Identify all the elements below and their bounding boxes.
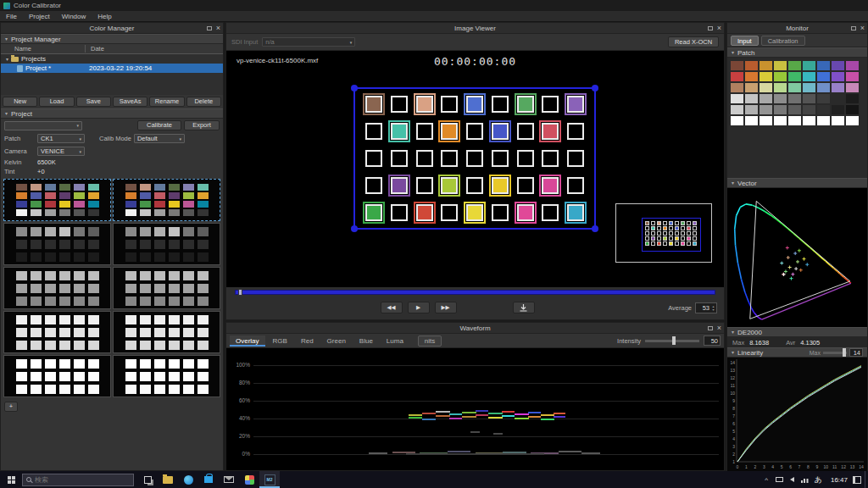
start-button[interactable]: [0, 471, 22, 488]
calib-mode-select[interactable]: Default ▾: [134, 134, 185, 143]
tree-item-projects[interactable]: ▾ Projects: [1, 54, 223, 64]
calibrate-button[interactable]: Calibrate: [137, 120, 181, 130]
preset-select[interactable]: ▾: [4, 121, 82, 130]
tab-green[interactable]: Green: [321, 336, 352, 347]
add-patch-button[interactable]: +: [4, 402, 18, 412]
intensity-value[interactable]: 50: [704, 336, 721, 346]
tint-value[interactable]: +0: [37, 168, 45, 175]
sdi-input-select[interactable]: n/a ▾: [262, 37, 355, 47]
project-manager-section-header[interactable]: ▾ Project Manager: [1, 34, 223, 44]
tab-input[interactable]: Input: [731, 36, 759, 46]
patch-thumbnail-5[interactable]: [3, 267, 111, 309]
linearity-max-value[interactable]: 14: [849, 348, 863, 357]
export-button[interactable]: Export: [184, 120, 220, 130]
patch-thumbnail-10[interactable]: [113, 355, 220, 397]
taskbar-app-color-calibrator[interactable]: M2: [259, 471, 280, 488]
kelvin-value[interactable]: 6500K: [37, 158, 56, 166]
vector-section-header[interactable]: ▾ Vector: [727, 178, 867, 188]
taskbar-app-store[interactable]: [198, 471, 219, 488]
taskbar-app-mail[interactable]: [219, 471, 239, 488]
step-forward-button[interactable]: ▶▶: [435, 302, 457, 313]
tab-luma[interactable]: Luma: [381, 336, 409, 347]
chart-patch: [466, 150, 483, 167]
tab-calibration[interactable]: Calibration: [761, 36, 805, 46]
swatch: [183, 184, 194, 191]
spectral-locus: [737, 263, 741, 279]
swatch: [183, 192, 194, 199]
average-spinbox[interactable]: 53 ▴ ▾: [695, 302, 717, 313]
playhead-handle[interactable]: [238, 289, 242, 296]
chart-corner-marker[interactable]: [592, 85, 598, 92]
taskbar-app-task-view[interactable]: [137, 471, 158, 488]
undock-icon[interactable]: [708, 26, 713, 30]
patch-thumbnail-3[interactable]: [3, 223, 111, 265]
taskbar-app-edge[interactable]: [178, 471, 198, 488]
tray-volume-icon[interactable]: [786, 471, 798, 488]
tab-blue[interactable]: Blue: [353, 336, 379, 347]
camera-select[interactable]: VENICE ▾: [37, 147, 85, 156]
grab-frame-button[interactable]: [513, 302, 535, 313]
close-icon[interactable]: ×: [717, 25, 721, 32]
read-xocn-button[interactable]: Read X-OCN: [668, 36, 719, 47]
tray-network-icon[interactable]: [798, 471, 811, 488]
slider-handle[interactable]: [843, 348, 846, 357]
patch-thumbnail-6[interactable]: [113, 267, 220, 309]
undock-icon[interactable]: [708, 326, 713, 330]
button-new[interactable]: New: [3, 97, 37, 107]
notification-icon[interactable]: [853, 476, 861, 484]
close-icon[interactable]: ×: [717, 324, 721, 332]
patch-thumbnail-2[interactable]: [113, 179, 220, 221]
button-rename[interactable]: Rename: [149, 97, 184, 107]
menu-project[interactable]: Project: [23, 11, 56, 22]
patch-thumbnail-7[interactable]: [3, 311, 111, 353]
timeline-track[interactable]: [235, 290, 715, 295]
tab-overlay[interactable]: Overlay: [230, 336, 265, 347]
ime-indicator[interactable]: あ: [811, 474, 826, 485]
chart-patch: [517, 204, 534, 221]
show-desktop-button[interactable]: [865, 471, 868, 488]
tray-chevron-up-icon[interactable]: ^: [760, 471, 773, 488]
tree-item-project[interactable]: Project * 2023-03-22 19:20:54: [1, 64, 223, 73]
taskbar-app-explorer[interactable]: [158, 471, 178, 488]
tray-display-icon[interactable]: [773, 471, 786, 488]
button-load[interactable]: Load: [39, 97, 74, 107]
spin-down-icon[interactable]: ▾: [712, 308, 714, 312]
de2000-section-header[interactable]: ▾ DE2000: [727, 327, 867, 337]
taskbar-search[interactable]: [22, 474, 134, 486]
project-section-header[interactable]: ▾ Project: [1, 108, 223, 119]
close-icon[interactable]: ×: [860, 25, 865, 32]
menu-help[interactable]: Help: [92, 11, 117, 22]
patch-thumbnail-4[interactable]: [113, 223, 220, 265]
menu-file[interactable]: File: [0, 11, 23, 22]
slider-handle[interactable]: [672, 336, 676, 345]
linearity-max-slider[interactable]: [823, 348, 847, 357]
intensity-slider[interactable]: [645, 336, 699, 345]
tab-red[interactable]: Red: [295, 336, 320, 347]
button-delete[interactable]: Delete: [186, 97, 221, 107]
pip-patch: [663, 221, 667, 225]
clock[interactable]: 16:47: [826, 476, 853, 484]
search-input[interactable]: [35, 476, 120, 484]
menu-window[interactable]: Window: [56, 11, 92, 22]
close-icon[interactable]: ×: [216, 25, 220, 32]
patch-thumbnail-1[interactable]: [3, 179, 111, 221]
patch-thumbnail-9[interactable]: [3, 355, 111, 397]
patch-section-header[interactable]: ▾ Patch: [727, 47, 867, 58]
chart-corner-marker[interactable]: [592, 225, 598, 232]
tab-nits[interactable]: nits: [418, 336, 442, 347]
chart-corner-marker[interactable]: [351, 85, 358, 92]
chart-corner-marker[interactable]: [351, 225, 358, 232]
y-tick-label: 5: [732, 429, 735, 434]
patch-thumbnail-8[interactable]: [113, 311, 220, 353]
taskbar-app-photos[interactable]: [239, 471, 259, 488]
tab-rgb[interactable]: RGB: [267, 336, 293, 347]
expand-icon[interactable]: ▾: [6, 57, 8, 62]
step-back-button[interactable]: ◀◀: [381, 302, 403, 313]
undock-icon[interactable]: [207, 26, 212, 30]
button-save[interactable]: Save: [76, 97, 111, 107]
linearity-section-header[interactable]: ▾ Linearity Max 14: [727, 347, 867, 358]
patch-select[interactable]: CK1 ▾: [37, 134, 85, 143]
button-saveas[interactable]: SaveAs: [113, 97, 147, 107]
play-button[interactable]: ▶: [408, 302, 430, 313]
undock-icon[interactable]: [851, 26, 856, 30]
